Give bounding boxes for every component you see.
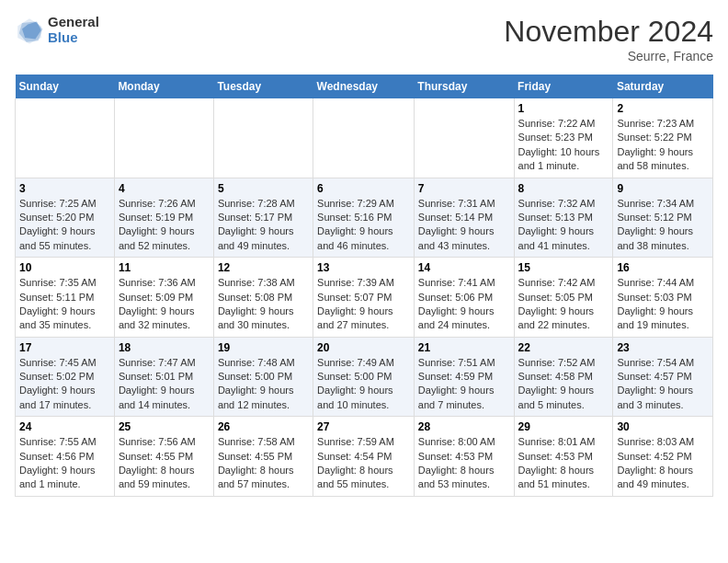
- day-cell: 14Sunrise: 7:41 AM Sunset: 5:06 PM Dayli…: [414, 258, 514, 338]
- day-info: Sunrise: 7:23 AM Sunset: 5:22 PM Dayligh…: [617, 117, 709, 174]
- day-number: 1: [518, 102, 609, 115]
- day-info: Sunrise: 7:42 AM Sunset: 5:05 PM Dayligh…: [518, 276, 609, 333]
- day-number: 6: [317, 182, 410, 195]
- day-info: Sunrise: 7:59 AM Sunset: 4:54 PM Dayligh…: [317, 435, 410, 492]
- day-number: 5: [218, 182, 309, 195]
- day-cell: [114, 98, 213, 178]
- day-info: Sunrise: 8:00 AM Sunset: 4:53 PM Dayligh…: [418, 435, 510, 492]
- day-cell: 17Sunrise: 7:45 AM Sunset: 5:02 PM Dayli…: [16, 337, 115, 417]
- week-row-2: 3Sunrise: 7:25 AM Sunset: 5:20 PM Daylig…: [16, 178, 713, 258]
- day-number: 16: [617, 261, 709, 274]
- day-number: 26: [218, 420, 309, 433]
- header-saturday: Saturday: [613, 75, 713, 98]
- day-info: Sunrise: 7:39 AM Sunset: 5:07 PM Dayligh…: [317, 276, 410, 333]
- day-info: Sunrise: 7:52 AM Sunset: 4:58 PM Dayligh…: [518, 356, 609, 413]
- day-number: 15: [518, 261, 609, 274]
- day-number: 3: [19, 182, 110, 195]
- day-cell: 7Sunrise: 7:31 AM Sunset: 5:14 PM Daylig…: [414, 178, 514, 258]
- day-cell: 1Sunrise: 7:22 AM Sunset: 5:23 PM Daylig…: [514, 98, 613, 178]
- day-number: 12: [218, 261, 309, 274]
- day-number: 8: [518, 182, 609, 195]
- day-cell: [213, 98, 313, 178]
- day-cell: 2Sunrise: 7:23 AM Sunset: 5:22 PM Daylig…: [613, 98, 713, 178]
- day-info: Sunrise: 7:44 AM Sunset: 5:03 PM Dayligh…: [617, 276, 709, 333]
- day-cell: 11Sunrise: 7:36 AM Sunset: 5:09 PM Dayli…: [114, 258, 213, 338]
- day-cell: 4Sunrise: 7:26 AM Sunset: 5:19 PM Daylig…: [114, 178, 213, 258]
- day-cell: 23Sunrise: 7:54 AM Sunset: 4:57 PM Dayli…: [613, 337, 713, 417]
- calendar-body: 1Sunrise: 7:22 AM Sunset: 5:23 PM Daylig…: [16, 98, 713, 496]
- day-number: 19: [218, 341, 309, 354]
- day-info: Sunrise: 7:32 AM Sunset: 5:13 PM Dayligh…: [518, 197, 609, 254]
- day-number: 7: [418, 182, 510, 195]
- week-row-5: 24Sunrise: 7:55 AM Sunset: 4:56 PM Dayli…: [16, 417, 713, 497]
- day-cell: 8Sunrise: 7:32 AM Sunset: 5:13 PM Daylig…: [514, 178, 613, 258]
- day-info: Sunrise: 7:25 AM Sunset: 5:20 PM Dayligh…: [19, 197, 110, 254]
- day-cell: 10Sunrise: 7:35 AM Sunset: 5:11 PM Dayli…: [16, 258, 115, 338]
- day-cell: 13Sunrise: 7:39 AM Sunset: 5:07 PM Dayli…: [313, 258, 415, 338]
- day-info: Sunrise: 7:49 AM Sunset: 5:00 PM Dayligh…: [317, 356, 410, 413]
- day-info: Sunrise: 7:28 AM Sunset: 5:17 PM Dayligh…: [218, 197, 309, 254]
- day-cell: 22Sunrise: 7:52 AM Sunset: 4:58 PM Dayli…: [514, 337, 613, 417]
- week-row-1: 1Sunrise: 7:22 AM Sunset: 5:23 PM Daylig…: [16, 98, 713, 178]
- location: Seurre, France: [504, 49, 713, 63]
- day-info: Sunrise: 7:26 AM Sunset: 5:19 PM Dayligh…: [119, 197, 210, 254]
- day-number: 23: [617, 341, 709, 354]
- day-info: Sunrise: 7:29 AM Sunset: 5:16 PM Dayligh…: [317, 197, 410, 254]
- day-number: 2: [617, 102, 709, 115]
- day-cell: 3Sunrise: 7:25 AM Sunset: 5:20 PM Daylig…: [16, 178, 115, 258]
- day-number: 9: [617, 182, 709, 195]
- day-number: 21: [418, 341, 510, 354]
- day-number: 17: [19, 341, 110, 354]
- day-cell: 25Sunrise: 7:56 AM Sunset: 4:55 PM Dayli…: [114, 417, 213, 497]
- day-info: Sunrise: 7:47 AM Sunset: 5:01 PM Dayligh…: [119, 356, 210, 413]
- day-cell: 26Sunrise: 7:58 AM Sunset: 4:55 PM Dayli…: [213, 417, 313, 497]
- day-number: 10: [19, 261, 110, 274]
- day-cell: 15Sunrise: 7:42 AM Sunset: 5:05 PM Dayli…: [514, 258, 613, 338]
- logo-text: General Blue: [48, 15, 99, 45]
- day-number: 13: [317, 261, 410, 274]
- day-cell: 30Sunrise: 8:03 AM Sunset: 4:52 PM Dayli…: [613, 417, 713, 497]
- day-info: Sunrise: 8:03 AM Sunset: 4:52 PM Dayligh…: [617, 435, 709, 492]
- header-sunday: Sunday: [16, 75, 115, 98]
- header-thursday: Thursday: [414, 75, 514, 98]
- day-number: 20: [317, 341, 410, 354]
- week-row-3: 10Sunrise: 7:35 AM Sunset: 5:11 PM Dayli…: [16, 258, 713, 338]
- logo-icon: [15, 16, 44, 45]
- header-row: Sunday Monday Tuesday Wednesday Thursday…: [16, 75, 713, 98]
- day-cell: [16, 98, 115, 178]
- day-number: 18: [119, 341, 210, 354]
- day-info: Sunrise: 7:36 AM Sunset: 5:09 PM Dayligh…: [119, 276, 210, 333]
- day-info: Sunrise: 7:51 AM Sunset: 4:59 PM Dayligh…: [418, 356, 510, 413]
- day-info: Sunrise: 8:01 AM Sunset: 4:53 PM Dayligh…: [518, 435, 609, 492]
- header: General Blue November 2024 Seurre, Franc…: [15, 15, 713, 63]
- day-info: Sunrise: 7:54 AM Sunset: 4:57 PM Dayligh…: [617, 356, 709, 413]
- day-cell: 28Sunrise: 8:00 AM Sunset: 4:53 PM Dayli…: [414, 417, 514, 497]
- logo-general-text: General: [48, 15, 99, 30]
- week-row-4: 17Sunrise: 7:45 AM Sunset: 5:02 PM Dayli…: [16, 337, 713, 417]
- day-info: Sunrise: 7:31 AM Sunset: 5:14 PM Dayligh…: [418, 197, 510, 254]
- header-wednesday: Wednesday: [313, 75, 415, 98]
- day-cell: 19Sunrise: 7:48 AM Sunset: 5:00 PM Dayli…: [213, 337, 313, 417]
- day-info: Sunrise: 7:48 AM Sunset: 5:00 PM Dayligh…: [218, 356, 309, 413]
- day-info: Sunrise: 7:38 AM Sunset: 5:08 PM Dayligh…: [218, 276, 309, 333]
- day-cell: 5Sunrise: 7:28 AM Sunset: 5:17 PM Daylig…: [213, 178, 313, 258]
- day-number: 24: [19, 420, 110, 433]
- day-number: 29: [518, 420, 609, 433]
- month-title: November 2024: [504, 15, 713, 49]
- day-number: 14: [418, 261, 510, 274]
- header-tuesday: Tuesday: [213, 75, 313, 98]
- day-info: Sunrise: 7:56 AM Sunset: 4:55 PM Dayligh…: [119, 435, 210, 492]
- day-info: Sunrise: 7:45 AM Sunset: 5:02 PM Dayligh…: [19, 356, 110, 413]
- day-cell: 12Sunrise: 7:38 AM Sunset: 5:08 PM Dayli…: [213, 258, 313, 338]
- calendar-table: Sunday Monday Tuesday Wednesday Thursday…: [15, 75, 713, 497]
- day-cell: 29Sunrise: 8:01 AM Sunset: 4:53 PM Dayli…: [514, 417, 613, 497]
- day-cell: 16Sunrise: 7:44 AM Sunset: 5:03 PM Dayli…: [613, 258, 713, 338]
- logo-blue-text: Blue: [48, 30, 99, 46]
- day-info: Sunrise: 7:41 AM Sunset: 5:06 PM Dayligh…: [418, 276, 510, 333]
- header-friday: Friday: [514, 75, 613, 98]
- day-cell: 9Sunrise: 7:34 AM Sunset: 5:12 PM Daylig…: [613, 178, 713, 258]
- header-monday: Monday: [114, 75, 213, 98]
- calendar-header: Sunday Monday Tuesday Wednesday Thursday…: [16, 75, 713, 98]
- day-cell: 21Sunrise: 7:51 AM Sunset: 4:59 PM Dayli…: [414, 337, 514, 417]
- day-cell: 18Sunrise: 7:47 AM Sunset: 5:01 PM Dayli…: [114, 337, 213, 417]
